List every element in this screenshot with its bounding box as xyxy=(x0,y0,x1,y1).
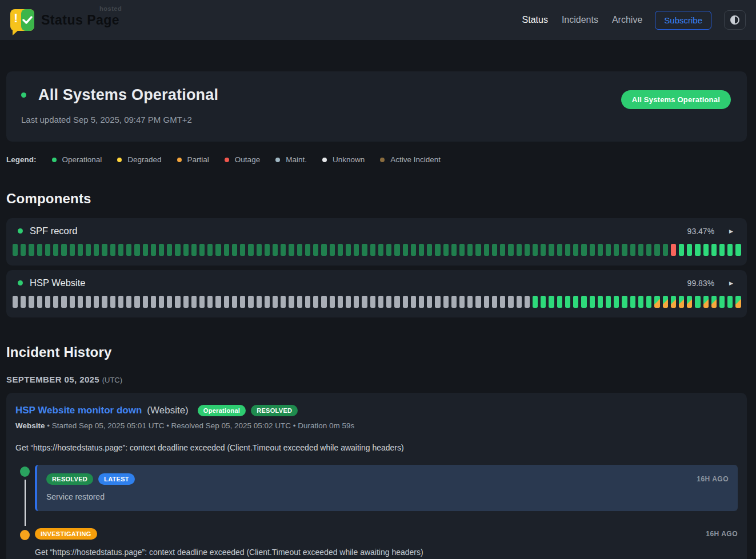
uptime-bar-day[interactable] xyxy=(451,244,457,256)
uptime-bar-day[interactable] xyxy=(549,244,554,256)
uptime-bar-day[interactable] xyxy=(281,244,286,256)
uptime-bar-day[interactable] xyxy=(630,296,635,308)
uptime-bar-day[interactable] xyxy=(475,244,481,256)
nav-archive[interactable]: Archive xyxy=(612,15,642,25)
uptime-bar-day[interactable] xyxy=(411,244,416,256)
uptime-bar-day[interactable] xyxy=(354,244,359,256)
uptime-bar-day[interactable] xyxy=(500,244,505,256)
uptime-bar-day[interactable] xyxy=(687,244,692,256)
uptime-bar-day[interactable] xyxy=(151,296,156,308)
uptime-bar-day[interactable] xyxy=(199,296,205,308)
uptime-bar-day[interactable] xyxy=(110,244,115,256)
uptime-bar-day[interactable] xyxy=(711,244,717,256)
uptime-bar-day[interactable] xyxy=(338,296,343,308)
uptime-bar-day[interactable] xyxy=(719,244,725,256)
uptime-bar-day[interactable] xyxy=(338,244,343,256)
uptime-bar-day[interactable] xyxy=(598,296,603,308)
uptime-bar-day[interactable] xyxy=(654,296,659,308)
uptime-bar-day[interactable] xyxy=(183,244,189,256)
uptime-bar-day[interactable] xyxy=(614,244,619,256)
uptime-bar-day[interactable] xyxy=(45,296,50,308)
uptime-bar-day[interactable] xyxy=(70,244,75,256)
uptime-bar-day[interactable] xyxy=(257,296,262,308)
uptime-bar-day[interactable] xyxy=(45,244,50,256)
uptime-bar-day[interactable] xyxy=(727,296,733,308)
uptime-bar-day[interactable] xyxy=(94,296,99,308)
uptime-bar-day[interactable] xyxy=(13,244,18,256)
uptime-bar-day[interactable] xyxy=(630,244,635,256)
uptime-bar-day[interactable] xyxy=(126,296,131,308)
uptime-bar-day[interactable] xyxy=(362,296,367,308)
uptime-bar-day[interactable] xyxy=(467,296,473,308)
uptime-bar-day[interactable] xyxy=(525,244,530,256)
uptime-bar-day[interactable] xyxy=(175,296,180,308)
uptime-bar-day[interactable] xyxy=(313,296,318,308)
uptime-bar-day[interactable] xyxy=(37,296,42,308)
uptime-bar-day[interactable] xyxy=(175,244,180,256)
uptime-bar-day[interactable] xyxy=(281,296,286,308)
uptime-bar-day[interactable] xyxy=(638,244,643,256)
uptime-bar-day[interactable] xyxy=(671,296,676,308)
uptime-bar-day[interactable] xyxy=(654,244,659,256)
uptime-bar-day[interactable] xyxy=(622,296,627,308)
uptime-bar-day[interactable] xyxy=(297,244,302,256)
uptime-bar-day[interactable] xyxy=(151,244,156,256)
uptime-bar-day[interactable] xyxy=(459,244,465,256)
uptime-bar-day[interactable] xyxy=(581,244,586,256)
uptime-bar-day[interactable] xyxy=(394,244,399,256)
uptime-bar-day[interactable] xyxy=(622,244,627,256)
uptime-bar-day[interactable] xyxy=(541,296,546,308)
uptime-bar-day[interactable] xyxy=(663,244,668,256)
uptime-bar-day[interactable] xyxy=(94,244,99,256)
uptime-bar-day[interactable] xyxy=(451,296,457,308)
uptime-bar-day[interactable] xyxy=(565,244,570,256)
uptime-bar-day[interactable] xyxy=(53,244,58,256)
uptime-bar-day[interactable] xyxy=(313,244,318,256)
uptime-bar-day[interactable] xyxy=(533,244,538,256)
uptime-bar-day[interactable] xyxy=(289,244,294,256)
uptime-bar-day[interactable] xyxy=(78,296,83,308)
uptime-bar-day[interactable] xyxy=(143,244,148,256)
chevron-right-icon[interactable]: ▶ xyxy=(729,280,733,286)
uptime-bar-day[interactable] xyxy=(492,296,497,308)
uptime-bar-day[interactable] xyxy=(86,244,91,256)
uptime-bar-day[interactable] xyxy=(61,244,66,256)
uptime-bar-day[interactable] xyxy=(167,296,172,308)
uptime-bar-day[interactable] xyxy=(232,296,237,308)
uptime-bar-day[interactable] xyxy=(13,296,18,308)
uptime-bar-day[interactable] xyxy=(134,244,139,256)
uptime-bar-day[interactable] xyxy=(711,296,717,308)
uptime-bar-day[interactable] xyxy=(606,296,611,308)
nav-incidents[interactable]: Incidents xyxy=(562,15,598,25)
uptime-bar-day[interactable] xyxy=(467,244,473,256)
component-header[interactable]: HSP Website99.83%▶ xyxy=(13,278,741,288)
uptime-bar-day[interactable] xyxy=(126,244,131,256)
uptime-bar-day[interactable] xyxy=(183,296,189,308)
theme-toggle-button[interactable] xyxy=(724,10,746,30)
uptime-bar-day[interactable] xyxy=(427,244,432,256)
uptime-bar-day[interactable] xyxy=(727,244,733,256)
uptime-bar-day[interactable] xyxy=(199,244,205,256)
uptime-bar-day[interactable] xyxy=(590,296,595,308)
uptime-bar-day[interactable] xyxy=(354,296,359,308)
uptime-bar-day[interactable] xyxy=(646,296,651,308)
uptime-bar-day[interactable] xyxy=(215,296,221,308)
uptime-bar-day[interactable] xyxy=(53,296,58,308)
uptime-bar-day[interactable] xyxy=(134,296,139,308)
uptime-bar-day[interactable] xyxy=(679,244,684,256)
uptime-bar-day[interactable] xyxy=(573,244,578,256)
uptime-bar-day[interactable] xyxy=(118,244,123,256)
uptime-bar-day[interactable] xyxy=(321,244,326,256)
uptime-bar-day[interactable] xyxy=(703,244,709,256)
uptime-bar-day[interactable] xyxy=(143,296,148,308)
uptime-bar-day[interactable] xyxy=(435,244,440,256)
uptime-bar-day[interactable] xyxy=(525,296,530,308)
uptime-bar-day[interactable] xyxy=(248,296,253,308)
uptime-bar-day[interactable] xyxy=(21,296,26,308)
uptime-bar-day[interactable] xyxy=(581,296,586,308)
uptime-bar-day[interactable] xyxy=(248,244,253,256)
uptime-bar-day[interactable] xyxy=(289,296,294,308)
uptime-bar-day[interactable] xyxy=(638,296,643,308)
uptime-bar-day[interactable] xyxy=(598,244,603,256)
uptime-bar-day[interactable] xyxy=(224,296,229,308)
